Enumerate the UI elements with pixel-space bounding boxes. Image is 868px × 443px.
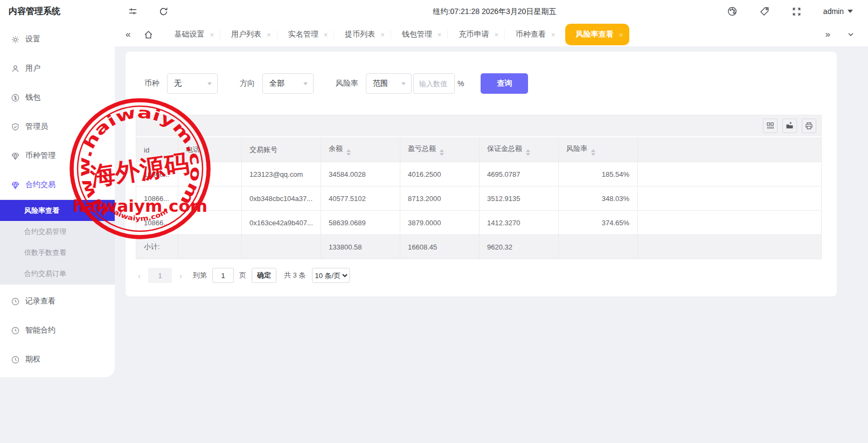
cell-account: 0xb348cbc104a37... <box>242 186 321 211</box>
refresh-button[interactable] <box>158 6 169 17</box>
current-page[interactable]: 1 <box>148 268 172 283</box>
tab-label: 风险率查看 <box>576 30 614 39</box>
sidebar-item-smart-contract[interactable]: 智能合约 <box>0 316 115 345</box>
submenu-item-risk-rate-view[interactable]: 风险率查看 <box>0 200 115 221</box>
sidebar-item-label: 用户 <box>25 64 40 73</box>
prev-page-button[interactable]: ‹ <box>136 271 143 280</box>
submenu-item-contract-trade-orders[interactable]: 合约交易订单 <box>0 263 115 284</box>
confirm-page-button[interactable]: 确定 <box>252 268 276 283</box>
page-size-select[interactable]: 10 条/页 <box>312 268 350 283</box>
cell-phone <box>178 211 242 235</box>
tab-label: 币种查看 <box>516 30 546 39</box>
tab-item-active[interactable]: 风险率查看× <box>565 24 630 45</box>
export-button[interactable] <box>782 119 797 133</box>
print-button[interactable] <box>802 119 816 133</box>
sidebar-item-contract-trading[interactable]: 合约交易 <box>0 170 115 199</box>
home-icon <box>143 30 154 40</box>
direction-select[interactable]: 全部 <box>262 73 314 94</box>
tab-label: 提币列表 <box>345 30 375 39</box>
tab-item[interactable]: 币种查看× <box>505 23 562 46</box>
submenu-item-multiple-lots-view[interactable]: 倍数手数查看 <box>0 242 115 263</box>
tab-item[interactable]: 提币列表× <box>334 23 391 46</box>
cell-account <box>242 235 321 259</box>
sort-icon[interactable] <box>346 149 351 156</box>
tab-item[interactable]: 钱包管理× <box>391 23 448 46</box>
world-clock: 纽约:07:21:28 2026年3月20日星期五 <box>433 0 557 23</box>
cell-id: 10866... <box>136 186 178 211</box>
query-button[interactable]: 查询 <box>481 73 528 94</box>
tab-item[interactable]: 实名管理× <box>277 23 335 46</box>
cell-balance: 58639.0689 <box>321 211 400 235</box>
gem-icon <box>11 181 20 190</box>
tabs-scroll-right-button[interactable]: » <box>825 29 830 40</box>
currency-select[interactable]: 无 <box>167 73 218 94</box>
fullscreen-button[interactable] <box>791 6 802 17</box>
column-header-margin[interactable]: 保证金总额 <box>480 138 559 162</box>
risk-mode-select[interactable]: 范围 <box>366 73 412 94</box>
double-chevron-right-icon: » <box>825 29 830 40</box>
tag-button[interactable] <box>759 6 770 17</box>
column-header-risk[interactable]: 风险率 <box>559 138 638 162</box>
column-label: 盈亏总额 <box>408 144 436 153</box>
direction-filter-label: 方向 <box>240 79 255 88</box>
close-icon[interactable]: × <box>267 31 271 38</box>
tabs-scroll-left-button[interactable]: « <box>126 29 130 40</box>
tab-item[interactable]: 充币申请× <box>448 23 505 46</box>
cell-pnl: 4016.2500 <box>400 162 480 186</box>
risk-value-input[interactable] <box>413 73 455 94</box>
cell-phone <box>178 235 242 259</box>
submenu-item-contract-trade-manage[interactable]: 合约交易管理 <box>0 221 115 242</box>
tab-item[interactable]: 用户列表× <box>220 23 277 46</box>
table-row: 10866... 123123@qq.com 34584.0028 4016.2… <box>136 162 822 186</box>
tabs-menu-button[interactable] <box>846 30 855 39</box>
theme-button[interactable] <box>727 6 738 17</box>
tab-label: 实名管理 <box>288 30 318 39</box>
sort-icon[interactable] <box>591 149 595 156</box>
close-icon[interactable]: × <box>619 31 623 38</box>
fullscreen-icon <box>791 6 802 17</box>
cell-risk: 185.54% <box>559 162 638 186</box>
column-settings-button[interactable] <box>763 119 777 133</box>
collapse-sidebar-button[interactable] <box>128 6 138 17</box>
cell-pnl: 8713.2000 <box>400 186 480 211</box>
sort-icon[interactable] <box>526 149 530 156</box>
sort-icon[interactable] <box>440 149 444 156</box>
sidebar-item-admins[interactable]: 管理员 <box>0 112 115 141</box>
column-header-balance[interactable]: 余额 <box>321 138 400 162</box>
close-icon[interactable]: × <box>494 31 498 38</box>
risk-rate-table: id 电话 交易账号 余额 盈亏总额 保证金总额 风险率 10866... 12… <box>136 137 822 259</box>
sidebar-item-users[interactable]: 用户 <box>0 54 115 83</box>
sidebar-item-options[interactable]: 期权 <box>0 345 115 374</box>
table-header-row: id 电话 交易账号 余额 盈亏总额 保证金总额 风险率 <box>136 138 822 162</box>
close-icon[interactable]: × <box>324 31 328 38</box>
close-icon[interactable]: × <box>380 31 385 38</box>
sidebar-item-records[interactable]: 记录查看 <box>0 287 115 316</box>
username: admin <box>823 7 844 16</box>
sidebar-item-settings[interactable]: 设置 <box>0 25 115 54</box>
risk-mode-select-value: 范围 <box>373 79 388 88</box>
table-row: 10866... 0xb348cbc104a37... 40577.5102 8… <box>136 186 822 211</box>
tab-item[interactable]: 基础设置× <box>163 23 220 46</box>
shield-check-icon <box>11 122 20 131</box>
close-icon[interactable]: × <box>551 31 555 38</box>
sidebar-item-wallet[interactable]: 钱包 <box>0 83 115 112</box>
goto-page-input[interactable] <box>212 268 234 283</box>
close-icon[interactable]: × <box>210 31 214 38</box>
sidebar-item-label: 期权 <box>25 355 40 364</box>
cell-phone <box>178 186 242 211</box>
chevron-down-icon <box>401 82 406 85</box>
app-title: 内容管理系统 <box>0 6 115 17</box>
sidebar-item-coin-manage[interactable]: 币种管理 <box>0 141 115 170</box>
subtotal-margin: 9620.32 <box>480 235 559 259</box>
home-tab-button[interactable] <box>143 30 154 40</box>
cell-id: 10866... <box>136 211 178 235</box>
column-header-pnl[interactable]: 盈亏总额 <box>400 138 480 162</box>
sidebar: 设置 用户 钱包 管理员 币种管理 合约交易 风险率查看 合约交易管理 倍数手数… <box>0 23 115 377</box>
close-icon[interactable]: × <box>438 31 442 38</box>
column-label: id <box>144 146 149 154</box>
chevron-down-icon <box>846 30 855 39</box>
tag-icon <box>759 6 770 17</box>
user-menu[interactable]: admin <box>823 7 853 16</box>
direction-select-value: 全部 <box>269 79 284 88</box>
next-page-button[interactable]: › <box>177 271 184 280</box>
